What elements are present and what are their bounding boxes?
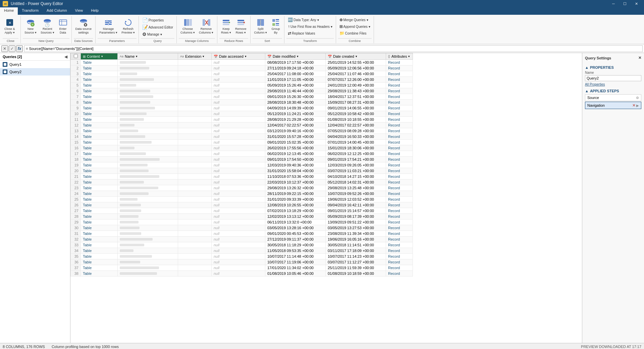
advanced-editor-button[interactable]: 📝 Advanced Editor — [141, 24, 174, 31]
split-column-button[interactable]: SplitColumn ▾ — [253, 17, 269, 36]
manage-parameters-button[interactable]: ManageParameters ▾ — [98, 17, 119, 36]
applied-step-navigation[interactable]: Navigation ✕ ▶ — [585, 102, 641, 109]
cell-name — [118, 271, 178, 277]
minimize-button[interactable]: ─ — [608, 1, 619, 7]
formula-fx-button[interactable]: fx — [16, 45, 23, 52]
source-step-settings-icon[interactable]: ⚙ — [636, 96, 639, 100]
replace-values-icon: ⇄ — [288, 31, 291, 36]
row-number: 6 — [71, 88, 81, 94]
query-item-query2[interactable]: Query2 — [0, 68, 70, 76]
restore-button[interactable]: ☐ — [620, 1, 630, 7]
query-name-input[interactable] — [585, 75, 641, 81]
cell-content: Table — [81, 111, 118, 117]
row-number: 33 — [71, 242, 81, 248]
queries-panel-collapse-button[interactable]: ◀ — [64, 54, 67, 59]
choose-columns-button[interactable]: ChooseColumns ▾ — [179, 17, 197, 36]
col-header-content[interactable]: ⊞ Content ▾ — [81, 53, 118, 60]
cell-attributes: Record — [386, 191, 413, 197]
tab-transform[interactable]: Transform — [18, 7, 43, 15]
ribbon-group-reduce-rows: KeepRows ▾ RemoveRows ▾ Red — [217, 16, 251, 43]
extension-col-dropdown[interactable]: ▾ — [203, 55, 204, 58]
properties-button[interactable]: 📄 Properties — [141, 17, 174, 23]
cell-attributes: Record — [386, 122, 413, 128]
cell-name — [118, 168, 178, 174]
cell-date-modified: 28/08/2019 21:29:28 +00:00 — [265, 117, 326, 122]
query2-label: Query2 — [9, 70, 21, 74]
col-header-date-accessed[interactable]: 📅 Date accessed ▾ — [212, 53, 265, 60]
tab-home[interactable]: Home — [0, 7, 18, 15]
col-header-name[interactable]: Aa Name ▾ — [118, 53, 178, 60]
row-number: 4 — [71, 77, 81, 83]
formula-accept-button[interactable]: ✓ — [9, 45, 15, 52]
all-properties-link[interactable]: All Properties — [585, 83, 641, 86]
cell-date-created: 07/07/2017 12:26:00 +00:00 — [326, 77, 386, 83]
title-bar-left: AI Untitled - Power Query Editor — [3, 1, 63, 6]
tab-help[interactable]: Help — [87, 7, 103, 15]
data-source-settings-icon — [79, 18, 88, 27]
svg-text:✕: ✕ — [8, 21, 11, 25]
select-all-checkbox[interactable] — [74, 54, 78, 58]
col-header-extension[interactable]: Aa Extension ▾ — [178, 53, 212, 60]
cell-date-created: 29/08/2019 11:38:43 +00:00 — [326, 88, 386, 94]
data-type-button[interactable]: 🔤 Data Type: Any ▾ — [286, 17, 333, 23]
remove-columns-button[interactable]: RemoveColumns ▾ — [197, 17, 215, 36]
col-header-date-created[interactable]: 📅 Date created ▾ — [326, 53, 386, 60]
data-grid[interactable]: ⊞ Content ▾ Aa Name ▾ — [70, 53, 582, 343]
col-header-attributes[interactable]: {} Attributes ▾ — [386, 53, 413, 60]
combine-files-button[interactable]: 📁 Combine Files — [338, 30, 372, 36]
cell-content: Table — [81, 145, 118, 151]
keep-rows-button[interactable]: KeepRows ▾ — [219, 17, 233, 36]
right-panel-title: Query Settings ✕ — [585, 56, 641, 60]
close-apply-button[interactable]: ✕ Close &Apply ▾ — [3, 17, 17, 36]
use-first-row-button[interactable]: ↑ Use First Row as Headers ▾ — [286, 23, 333, 30]
applied-step-source[interactable]: Source ⚙ — [585, 94, 641, 101]
cell-attributes: Record — [386, 140, 413, 145]
right-panel-close-button[interactable]: ✕ — [638, 56, 641, 60]
navigation-step-delete-icon[interactable]: ✕ — [632, 103, 636, 108]
group-by-button[interactable]: GroupBy — [269, 17, 282, 36]
formula-input[interactable] — [24, 45, 643, 52]
navigation-step-settings-icon[interactable]: ▶ — [636, 104, 639, 107]
manage-button[interactable]: ⚙ Manage ▾ — [141, 31, 174, 38]
formula-cancel-button[interactable]: ✕ — [1, 45, 8, 52]
merge-queries-button[interactable]: ⊕ Merge Queries ▾ — [338, 17, 372, 23]
date-modified-col-dropdown[interactable]: ▾ — [297, 55, 299, 58]
choose-columns-icon — [183, 18, 193, 27]
remove-rows-button[interactable]: RemoveRows ▾ — [233, 17, 248, 36]
name-col-dropdown[interactable]: ▾ — [136, 55, 138, 58]
cell-date-created: 12/04/2017 02:22:57 +00:00 — [326, 122, 386, 128]
data-area: ⊞ Content ▾ Aa Name ▾ — [70, 53, 582, 343]
cell-date-created: 10/07/2017 11:14:23 +00:00 — [326, 254, 386, 259]
append-queries-button[interactable]: ⊞ Append Queries ▾ — [338, 23, 372, 30]
query-item-query1[interactable]: Query1 — [0, 61, 70, 68]
tab-add-column[interactable]: Add Column — [43, 7, 71, 15]
keep-rows-label: KeepRows ▾ — [221, 27, 231, 35]
cell-date-created: 10/07/2019 09:52:26 +00:00 — [326, 191, 386, 197]
cell-date-modified: 28/11/2019 09:22:15 +00:00 — [265, 191, 326, 197]
date-accessed-col-dropdown[interactable]: ▾ — [245, 55, 247, 58]
data-source-settings-button[interactable]: Data sourcesettings — [74, 17, 94, 36]
table-row: 1Tablenull08/08/2019 17:17:50 +00:0025/0… — [71, 60, 413, 65]
close-button[interactable]: ✕ — [631, 1, 641, 7]
attributes-col-dropdown[interactable]: ▾ — [408, 55, 410, 58]
remove-columns-icon — [202, 18, 211, 27]
col-header-date-modified[interactable]: 📅 Date modified ▾ — [265, 53, 326, 60]
applied-steps-section-header: ▲ APPLIED STEPS — [585, 89, 641, 93]
cell-attributes: Record — [386, 214, 413, 219]
content-col-dropdown[interactable]: ▾ — [101, 55, 103, 58]
status-bar: 8 COLUMNS, 176 ROWS Column profiling bas… — [0, 343, 644, 349]
cell-attributes: Record — [386, 231, 413, 237]
recent-sources-button[interactable]: 🕐 RecentSources ▾ — [39, 17, 56, 36]
new-source-button[interactable]: + NewSource ▾ — [23, 17, 38, 36]
cell-date-modified: 12/08/2019 10:26:55 +00:00 — [265, 202, 326, 208]
name-col-label: Name — [125, 54, 135, 58]
enter-data-button[interactable]: EnterData — [57, 17, 69, 36]
tab-view[interactable]: View — [71, 7, 87, 15]
date-created-col-dropdown[interactable]: ▾ — [356, 55, 357, 58]
replace-values-button[interactable]: ⇄ Replace Values — [286, 30, 333, 36]
cell-date-modified: 31/01/2020 09:33:39 +00:00 — [265, 197, 326, 202]
row-select-all[interactable] — [71, 53, 81, 60]
table-row: 12Tablenull12/04/2017 02:22:57 +00:0012/… — [71, 122, 413, 128]
cell-date-accessed: null — [212, 94, 265, 100]
refresh-preview-button[interactable]: RefreshPreview ▾ — [120, 17, 137, 36]
